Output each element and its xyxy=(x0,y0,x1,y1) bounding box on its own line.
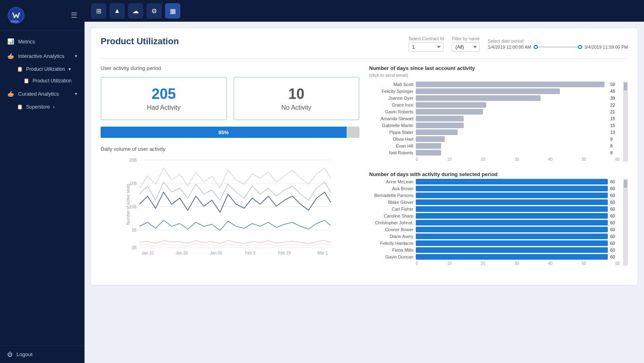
date-start: 1/4/2019 12:00:00 AM xyxy=(488,45,531,49)
bar-fill xyxy=(416,123,464,128)
days-with-activity-chart: Anne McLean 60 Ava Brown 60 Bernadette P… xyxy=(369,179,628,266)
date-slider[interactable] xyxy=(534,46,582,48)
bar-track xyxy=(416,240,608,246)
sidebar-nav: 📊 Metrics 🥧 Interactive Analytics ▾ 📋 Pr… xyxy=(0,31,85,345)
had-activity-label: Had Activity xyxy=(109,104,218,111)
bar-fill xyxy=(416,102,486,108)
bar-track xyxy=(416,206,608,212)
bar-track xyxy=(416,150,608,156)
axis-label: 60 xyxy=(615,157,620,162)
had-activity-count: 205 xyxy=(109,86,218,103)
scroll-indicator-1[interactable] xyxy=(623,82,628,162)
chevron-right-icon: › xyxy=(53,104,55,110)
svg-text:welo: welo xyxy=(10,19,19,23)
svg-text:Jan 10: Jan 10 xyxy=(141,251,153,255)
axis-label: 30 xyxy=(514,157,519,162)
bar-label: Gavin Roberts xyxy=(369,109,413,114)
sidebar-item-product-utilization-parent[interactable]: 📋 Product Utilization ▾ xyxy=(0,63,85,75)
bar-fill xyxy=(416,227,608,232)
bar-track xyxy=(416,129,608,135)
metrics-icon: 📊 xyxy=(7,38,14,45)
bar-value: 15 xyxy=(610,116,620,121)
daily-volume-title: Daily volume of user activity xyxy=(101,146,359,152)
bar-value: 22 xyxy=(610,103,620,107)
axis-label: 10 xyxy=(447,157,452,162)
sidebar-item-product-utilization-child[interactable]: 📋 Product Utilization xyxy=(0,75,85,86)
hamburger-icon[interactable]: ☰ xyxy=(71,11,77,20)
bar-value: 60 xyxy=(610,248,620,252)
bar-row: Amanda Stewart 15 xyxy=(369,116,620,121)
sidebar-item-metrics[interactable]: 📊 Metrics xyxy=(0,34,85,49)
svg-text:15B: 15B xyxy=(130,181,137,186)
svg-text:5B: 5B xyxy=(132,228,137,232)
sidebar-item-interactive-analytics[interactable]: 🥧 Interactive Analytics ▾ xyxy=(0,49,85,63)
scroll-indicator-2[interactable] xyxy=(623,179,628,266)
svg-text:Feb 19: Feb 19 xyxy=(278,251,291,255)
bar-fill xyxy=(416,109,483,115)
bar-fill xyxy=(416,186,608,191)
svg-text:Number of active seats: Number of active seats xyxy=(126,184,130,225)
card-header: Product Utilization Select Contract Id 1… xyxy=(101,36,628,52)
bar-value: 21 xyxy=(610,109,620,114)
filter-bar: Select Contract Id 1 2 3 Filter by name … xyxy=(409,36,628,52)
sidebar-item-curated-analytics[interactable]: 🥧 Curated Analytics ▾ xyxy=(0,86,85,101)
bar-label: Bernadette Parsons xyxy=(369,193,413,198)
bar-track xyxy=(416,186,608,191)
bar-fill xyxy=(416,220,608,226)
bar-fill xyxy=(416,179,608,185)
contract-id-label: Select Contract Id xyxy=(409,36,444,41)
sidebar-item-product-utilization-parent-label: Product Utilization xyxy=(26,66,65,72)
topbar-btn-3[interactable]: ☁ xyxy=(128,3,143,18)
bar-label: Neil Roberts xyxy=(369,150,413,155)
bar-value: 60 xyxy=(610,227,620,232)
name-filter-select[interactable]: (All) xyxy=(452,42,480,52)
topbar-btn-4[interactable]: ⚙ xyxy=(147,3,162,18)
days-with-activity-section: Number of days with activity during sele… xyxy=(369,171,628,266)
bar-fill xyxy=(416,136,445,142)
bar-label: Evan Hill xyxy=(369,144,413,148)
curated-analytics-icon: 🥧 xyxy=(7,90,14,97)
logout-button[interactable]: ⏻ Logout xyxy=(0,345,85,363)
bar-label: Gavin Duncan xyxy=(369,254,413,259)
no-activity-label: No Activity xyxy=(242,104,351,111)
content-area: Product Utilization Select Contract Id 1… xyxy=(85,22,644,363)
bar-track xyxy=(416,82,608,87)
axis-labels: 0102030405060 xyxy=(369,261,620,266)
sidebar: welo ☰ 📊 Metrics 🥧 Interactive Analytics… xyxy=(0,0,85,363)
logout-label: Logout xyxy=(17,351,33,357)
bar-label: Pippa Slater xyxy=(369,130,413,135)
bar-label: Olivia Hart xyxy=(369,137,413,142)
bar-track xyxy=(416,199,608,205)
bar-value: 60 xyxy=(610,200,620,205)
date-slider-right-dot xyxy=(578,45,582,49)
axis-label: 0 xyxy=(416,261,418,266)
progress-bar-container: 95% xyxy=(101,127,359,138)
bar-fill xyxy=(416,95,541,101)
bar-row: Fiona Mills 60 xyxy=(369,247,620,253)
topbar-btn-2[interactable]: ▲ xyxy=(109,3,125,18)
bar-fill xyxy=(416,193,608,198)
no-activity-count: 10 xyxy=(242,86,351,103)
svg-text:20B: 20B xyxy=(130,158,137,162)
bar-label: Christopher Johnst. xyxy=(369,220,413,225)
bar-label: Amanda Stewart xyxy=(369,116,413,121)
bar-value: 60 xyxy=(610,213,620,218)
svg-text:10B: 10B xyxy=(130,205,137,209)
topbar-btn-5[interactable]: ▦ xyxy=(165,3,180,18)
send-icon: ▲ xyxy=(114,7,120,14)
sidebar-item-product-utilization-child-label: Product Utilization xyxy=(33,78,72,84)
bar-label: Grace Ince xyxy=(369,103,413,107)
bar-row: Neil Roberts 8 xyxy=(369,150,620,156)
axis-labels: 0102030405060 xyxy=(369,157,620,162)
axis-label: 50 xyxy=(582,261,586,266)
line-chart-area: 20B 15B 10B 5B 0B Number of active seats xyxy=(101,156,359,252)
bar-fill xyxy=(416,82,605,87)
bar-label: Fiona Mills xyxy=(369,248,413,252)
days-with-activity-bars: Anne McLean 60 Ava Brown 60 Bernadette P… xyxy=(369,179,620,266)
topbar-btn-1[interactable]: ⊞ xyxy=(91,3,106,18)
bar-value: 13 xyxy=(610,130,620,135)
sidebar-item-interactive-analytics-label: Interactive Analytics xyxy=(18,53,64,59)
svg-text:Feb 9: Feb 9 xyxy=(245,251,256,255)
contract-id-select[interactable]: 1 2 3 xyxy=(409,42,444,52)
sidebar-item-superstore[interactable]: 📋 Superstore › xyxy=(0,101,85,113)
